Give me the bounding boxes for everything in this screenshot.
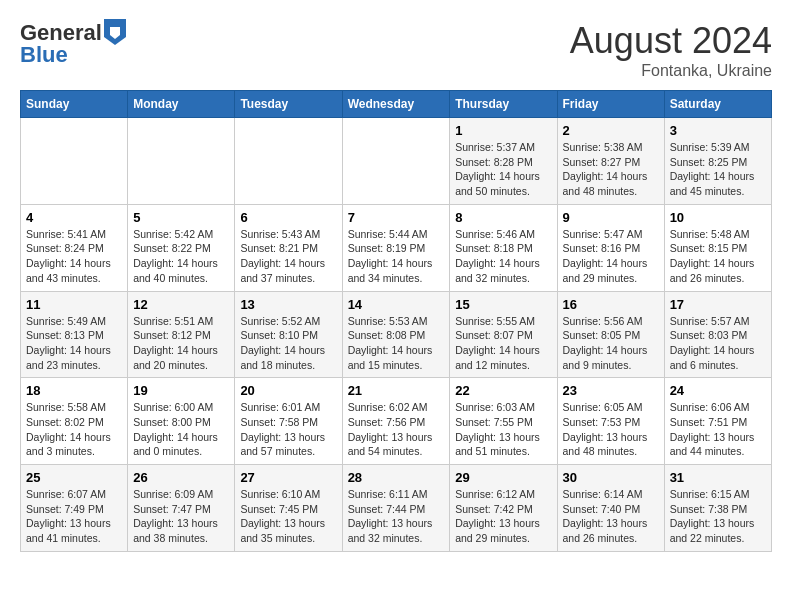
header-sunday: Sunday — [21, 91, 128, 118]
calendar-cell: 24Sunrise: 6:06 AM Sunset: 7:51 PM Dayli… — [664, 378, 771, 465]
calendar-cell: 16Sunrise: 5:56 AM Sunset: 8:05 PM Dayli… — [557, 291, 664, 378]
calendar-cell: 3Sunrise: 5:39 AM Sunset: 8:25 PM Daylig… — [664, 118, 771, 205]
day-number: 13 — [240, 297, 336, 312]
day-number: 31 — [670, 470, 766, 485]
day-number: 30 — [563, 470, 659, 485]
day-number: 25 — [26, 470, 122, 485]
day-info: Sunrise: 6:14 AM Sunset: 7:40 PM Dayligh… — [563, 487, 659, 546]
day-number: 27 — [240, 470, 336, 485]
calendar-cell: 5Sunrise: 5:42 AM Sunset: 8:22 PM Daylig… — [128, 204, 235, 291]
header-saturday: Saturday — [664, 91, 771, 118]
day-info: Sunrise: 5:58 AM Sunset: 8:02 PM Dayligh… — [26, 400, 122, 459]
day-info: Sunrise: 6:06 AM Sunset: 7:51 PM Dayligh… — [670, 400, 766, 459]
day-info: Sunrise: 6:11 AM Sunset: 7:44 PM Dayligh… — [348, 487, 445, 546]
day-number: 28 — [348, 470, 445, 485]
day-info: Sunrise: 5:41 AM Sunset: 8:24 PM Dayligh… — [26, 227, 122, 286]
calendar-cell: 28Sunrise: 6:11 AM Sunset: 7:44 PM Dayli… — [342, 465, 450, 552]
calendar-cell: 18Sunrise: 5:58 AM Sunset: 8:02 PM Dayli… — [21, 378, 128, 465]
calendar-cell: 27Sunrise: 6:10 AM Sunset: 7:45 PM Dayli… — [235, 465, 342, 552]
day-number: 24 — [670, 383, 766, 398]
day-info: Sunrise: 6:03 AM Sunset: 7:55 PM Dayligh… — [455, 400, 551, 459]
calendar-cell: 22Sunrise: 6:03 AM Sunset: 7:55 PM Dayli… — [450, 378, 557, 465]
calendar-cell: 12Sunrise: 5:51 AM Sunset: 8:12 PM Dayli… — [128, 291, 235, 378]
day-info: Sunrise: 5:56 AM Sunset: 8:05 PM Dayligh… — [563, 314, 659, 373]
day-info: Sunrise: 5:43 AM Sunset: 8:21 PM Dayligh… — [240, 227, 336, 286]
calendar-cell: 6Sunrise: 5:43 AM Sunset: 8:21 PM Daylig… — [235, 204, 342, 291]
calendar-cell: 29Sunrise: 6:12 AM Sunset: 7:42 PM Dayli… — [450, 465, 557, 552]
day-info: Sunrise: 6:01 AM Sunset: 7:58 PM Dayligh… — [240, 400, 336, 459]
calendar-cell: 17Sunrise: 5:57 AM Sunset: 8:03 PM Dayli… — [664, 291, 771, 378]
day-number: 3 — [670, 123, 766, 138]
day-number: 12 — [133, 297, 229, 312]
week-row-3: 11Sunrise: 5:49 AM Sunset: 8:13 PM Dayli… — [21, 291, 772, 378]
day-info: Sunrise: 5:53 AM Sunset: 8:08 PM Dayligh… — [348, 314, 445, 373]
day-number: 7 — [348, 210, 445, 225]
calendar-cell: 26Sunrise: 6:09 AM Sunset: 7:47 PM Dayli… — [128, 465, 235, 552]
calendar-cell: 4Sunrise: 5:41 AM Sunset: 8:24 PM Daylig… — [21, 204, 128, 291]
day-info: Sunrise: 6:09 AM Sunset: 7:47 PM Dayligh… — [133, 487, 229, 546]
day-info: Sunrise: 5:39 AM Sunset: 8:25 PM Dayligh… — [670, 140, 766, 199]
calendar-table: SundayMondayTuesdayWednesdayThursdayFrid… — [20, 90, 772, 552]
calendar-cell: 30Sunrise: 6:14 AM Sunset: 7:40 PM Dayli… — [557, 465, 664, 552]
day-info: Sunrise: 5:37 AM Sunset: 8:28 PM Dayligh… — [455, 140, 551, 199]
day-info: Sunrise: 5:42 AM Sunset: 8:22 PM Dayligh… — [133, 227, 229, 286]
day-info: Sunrise: 6:10 AM Sunset: 7:45 PM Dayligh… — [240, 487, 336, 546]
calendar-cell: 13Sunrise: 5:52 AM Sunset: 8:10 PM Dayli… — [235, 291, 342, 378]
calendar-cell — [342, 118, 450, 205]
header-wednesday: Wednesday — [342, 91, 450, 118]
day-number: 11 — [26, 297, 122, 312]
day-number: 16 — [563, 297, 659, 312]
day-info: Sunrise: 5:46 AM Sunset: 8:18 PM Dayligh… — [455, 227, 551, 286]
day-number: 29 — [455, 470, 551, 485]
day-info: Sunrise: 5:52 AM Sunset: 8:10 PM Dayligh… — [240, 314, 336, 373]
location: Fontanka, Ukraine — [570, 62, 772, 80]
calendar-cell: 15Sunrise: 5:55 AM Sunset: 8:07 PM Dayli… — [450, 291, 557, 378]
header-friday: Friday — [557, 91, 664, 118]
calendar-cell: 25Sunrise: 6:07 AM Sunset: 7:49 PM Dayli… — [21, 465, 128, 552]
day-info: Sunrise: 5:57 AM Sunset: 8:03 PM Dayligh… — [670, 314, 766, 373]
header-thursday: Thursday — [450, 91, 557, 118]
day-info: Sunrise: 5:48 AM Sunset: 8:15 PM Dayligh… — [670, 227, 766, 286]
day-number: 26 — [133, 470, 229, 485]
calendar-cell: 21Sunrise: 6:02 AM Sunset: 7:56 PM Dayli… — [342, 378, 450, 465]
day-info: Sunrise: 6:05 AM Sunset: 7:53 PM Dayligh… — [563, 400, 659, 459]
logo: General Blue — [20, 20, 126, 68]
day-number: 8 — [455, 210, 551, 225]
calendar-cell: 14Sunrise: 5:53 AM Sunset: 8:08 PM Dayli… — [342, 291, 450, 378]
day-number: 5 — [133, 210, 229, 225]
header-tuesday: Tuesday — [235, 91, 342, 118]
day-number: 2 — [563, 123, 659, 138]
day-number: 19 — [133, 383, 229, 398]
calendar-cell — [21, 118, 128, 205]
day-info: Sunrise: 6:15 AM Sunset: 7:38 PM Dayligh… — [670, 487, 766, 546]
day-info: Sunrise: 6:02 AM Sunset: 7:56 PM Dayligh… — [348, 400, 445, 459]
calendar-cell: 8Sunrise: 5:46 AM Sunset: 8:18 PM Daylig… — [450, 204, 557, 291]
day-number: 14 — [348, 297, 445, 312]
calendar-cell: 9Sunrise: 5:47 AM Sunset: 8:16 PM Daylig… — [557, 204, 664, 291]
calendar-cell: 23Sunrise: 6:05 AM Sunset: 7:53 PM Dayli… — [557, 378, 664, 465]
title-block: August 2024 Fontanka, Ukraine — [570, 20, 772, 80]
day-number: 18 — [26, 383, 122, 398]
day-number: 22 — [455, 383, 551, 398]
day-info: Sunrise: 5:38 AM Sunset: 8:27 PM Dayligh… — [563, 140, 659, 199]
day-number: 21 — [348, 383, 445, 398]
header-monday: Monday — [128, 91, 235, 118]
day-number: 6 — [240, 210, 336, 225]
logo-icon — [104, 19, 126, 45]
calendar-cell: 20Sunrise: 6:01 AM Sunset: 7:58 PM Dayli… — [235, 378, 342, 465]
day-info: Sunrise: 6:07 AM Sunset: 7:49 PM Dayligh… — [26, 487, 122, 546]
day-number: 9 — [563, 210, 659, 225]
day-number: 10 — [670, 210, 766, 225]
page-header: General Blue August 2024 Fontanka, Ukrai… — [20, 20, 772, 80]
calendar-header-row: SundayMondayTuesdayWednesdayThursdayFrid… — [21, 91, 772, 118]
day-number: 15 — [455, 297, 551, 312]
calendar-cell: 1Sunrise: 5:37 AM Sunset: 8:28 PM Daylig… — [450, 118, 557, 205]
calendar-cell: 11Sunrise: 5:49 AM Sunset: 8:13 PM Dayli… — [21, 291, 128, 378]
calendar-cell: 31Sunrise: 6:15 AM Sunset: 7:38 PM Dayli… — [664, 465, 771, 552]
day-number: 20 — [240, 383, 336, 398]
calendar-cell — [128, 118, 235, 205]
week-row-2: 4Sunrise: 5:41 AM Sunset: 8:24 PM Daylig… — [21, 204, 772, 291]
week-row-5: 25Sunrise: 6:07 AM Sunset: 7:49 PM Dayli… — [21, 465, 772, 552]
calendar-cell: 2Sunrise: 5:38 AM Sunset: 8:27 PM Daylig… — [557, 118, 664, 205]
day-number: 1 — [455, 123, 551, 138]
